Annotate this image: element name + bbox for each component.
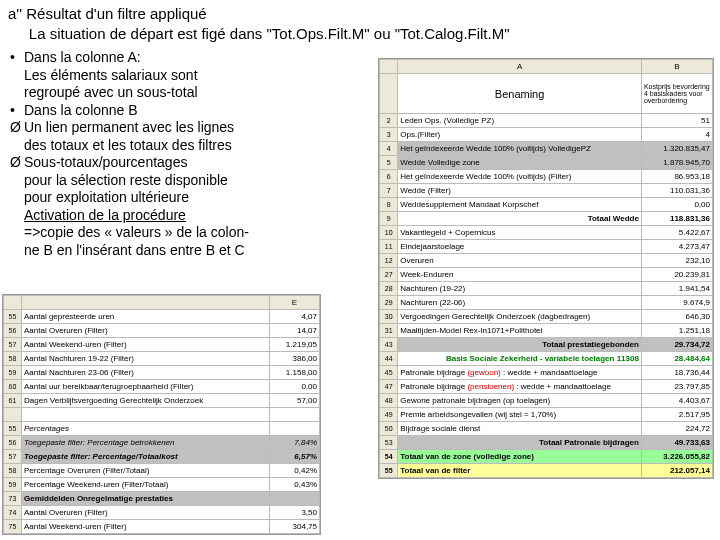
excel-left-table: E55Aantal gepresteerde uren4,0756Aantal …	[2, 294, 321, 535]
bullet-item: Un lien permanent avec les lignesdes tot…	[24, 119, 362, 154]
excel-top-table: ABBenamingKostprijs bevordering 4 basisk…	[378, 58, 714, 479]
bullet-item: Dans la colonne A:Les éléments salariaux…	[24, 49, 362, 102]
bullet-item: Sous-totaux/pourcentagespour la sélectio…	[24, 154, 362, 259]
header-line2: La situation de départ est figé dans "To…	[8, 24, 712, 44]
bullet-list: Dans la colonne A:Les éléments salariaux…	[0, 49, 370, 263]
header-line1: a'' Résultat d'un filtre appliqué	[8, 4, 712, 24]
bullet-item: Dans la colonne B	[24, 102, 362, 120]
